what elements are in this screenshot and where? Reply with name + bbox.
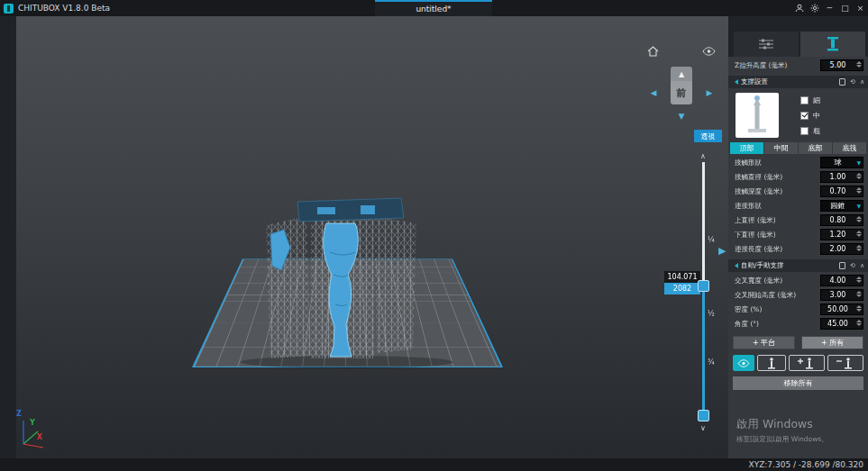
spinner-icons[interactable] [856, 276, 862, 283]
upper-diameter-row: 上直徑 (毫米) 0.80 [735, 214, 863, 226]
cursor-xyz-readout: XYZ:7.305 / -28.699 /80.320 [748, 460, 863, 469]
remove-all-supports-button[interactable]: 移除所有 [733, 376, 863, 390]
tab-support-settings[interactable] [800, 32, 865, 57]
axis-y-label: Y [30, 419, 35, 427]
density-input[interactable]: 50.00 [820, 303, 863, 315]
section-arrow-icon [732, 263, 738, 268]
remove-support-icon [836, 358, 854, 369]
tab-top[interactable]: 頂部 [730, 142, 763, 154]
contact-shape-select[interactable]: 球▼ [820, 157, 863, 168]
connect-shape-row: 連接形狀 圓錐▼ [735, 200, 863, 212]
app-logo-icon [4, 4, 14, 14]
user-account-icon[interactable] [791, 0, 807, 16]
spinner-icons[interactable] [856, 173, 862, 179]
upper-diameter-input[interactable]: 0.80 [820, 214, 863, 226]
option-medium[interactable]: 中 [800, 110, 820, 121]
contact-depth-input[interactable]: 0.70 [820, 186, 863, 197]
spinner-icons[interactable] [856, 187, 862, 194]
angle-input[interactable]: 45.00 [820, 318, 863, 330]
contact-diameter-input[interactable]: 1.00 [820, 171, 863, 183]
option-fine[interactable]: 細 [800, 95, 820, 105]
panel-tab-bar [728, 16, 868, 57]
checkbox-medium[interactable] [800, 112, 809, 120]
axis-z-label: Z [16, 410, 22, 418]
checkbox-fine[interactable] [800, 96, 809, 104]
z-lift-label: Z抬升高度 (毫米) [735, 61, 787, 70]
reset-icon[interactable]: ⟲ [850, 262, 855, 269]
reset-icon[interactable]: ⟲ [850, 78, 855, 86]
spinner-icons[interactable] [856, 245, 862, 251]
view-right-arrow[interactable]: ▶ [703, 85, 716, 101]
lower-diameter-input[interactable]: 1.20 [820, 229, 863, 240]
add-all-supports-button[interactable]: + 所有 [801, 336, 863, 349]
cross-width-input[interactable]: 4.00 [820, 275, 863, 286]
status-bar: XYZ:7.305 / -28.699 /80.320 [0, 458, 868, 471]
viewport-3d[interactable]: ▲ 前 ▼ ◀ ▶ 透視 ∧ ¼ ½ ¾ 104.071 2082 ∨ ▶ Z … [16, 16, 728, 458]
spinner-icons[interactable] [856, 291, 862, 297]
tab-raft[interactable]: 底筏 [833, 142, 866, 154]
spinner-icons[interactable] [856, 305, 862, 312]
slider-mark-three-quarter: ¾ [708, 358, 715, 367]
add-support-icon [798, 358, 816, 369]
collapse-section-icon[interactable]: ∧ [860, 78, 864, 86]
windows-activation-watermark: 啟用 Windows 移至[設定]以啟用 Windows。 [736, 417, 828, 444]
slider-layer-number: 2082 [664, 283, 700, 294]
export-profile-icon[interactable] [839, 78, 845, 86]
chevron-down-icon: ▼ [856, 159, 861, 166]
close-button[interactable]: × [853, 0, 868, 16]
home-view-icon[interactable] [645, 44, 660, 59]
connect-shape-select[interactable]: 圓錐▼ [820, 200, 863, 212]
add-single-support-button[interactable] [789, 355, 825, 371]
option-coarse[interactable]: 粗 [800, 125, 820, 136]
model-with-supports[interactable] [16, 16, 728, 458]
cross-start-height-input[interactable]: 3.00 [820, 289, 863, 301]
checkbox-coarse[interactable] [800, 127, 809, 135]
add-support-buttons: + 平台 + 所有 [733, 336, 863, 349]
add-platform-supports-button[interactable]: + 平台 [733, 336, 795, 349]
layer-slider-range [702, 285, 705, 414]
delete-single-support-button[interactable] [827, 355, 863, 371]
spinner-icons[interactable] [856, 216, 862, 222]
cross-start-height-row: 交叉開始高度 (毫米) 3.00 [735, 289, 863, 301]
minimize-button[interactable]: ─ [822, 0, 837, 16]
view-down-arrow[interactable]: ▼ [671, 110, 692, 122]
tab-print-settings[interactable] [734, 32, 799, 57]
spinner-icons[interactable] [856, 231, 862, 237]
perspective-toggle[interactable]: 透視 [694, 130, 722, 142]
spinner-icons[interactable] [856, 320, 862, 326]
export-profile-icon[interactable] [839, 262, 845, 269]
slider-step-down-icon[interactable]: ∨ [697, 423, 709, 432]
panel-expand-arrow[interactable]: ▶ [718, 245, 726, 257]
edit-support-button[interactable] [757, 355, 786, 371]
contact-diameter-row: 接觸直徑 (毫米) 1.00 [735, 171, 863, 183]
view-left-arrow[interactable]: ◀ [647, 85, 660, 101]
slider-step-up-icon[interactable]: ∧ [697, 151, 709, 160]
layer-slider-tooltip: 104.071 2082 [664, 271, 700, 294]
tab-middle[interactable]: 中間 [764, 142, 798, 154]
spinner-icons[interactable] [856, 61, 862, 68]
collapse-section-icon[interactable]: ∧ [860, 262, 864, 269]
connect-length-row: 連接長度 (毫米) 2.00 [735, 243, 863, 255]
slider-height-value: 104.071 [664, 271, 700, 283]
connect-length-input[interactable]: 2.00 [820, 243, 863, 255]
app-title: CHITUBOX V1.8.0 Beta [18, 4, 110, 13]
contact-shape-row: 接觸形狀 球▼ [735, 157, 863, 168]
tab-bottom[interactable]: 底部 [799, 142, 832, 154]
left-toolbar-rail [0, 16, 16, 458]
support-tool-buttons [733, 355, 863, 371]
density-row: 密度 (%) 50.00 [735, 303, 863, 315]
layer-slider-upper-handle[interactable] [698, 280, 709, 292]
view-cube-front[interactable]: 前 [671, 81, 692, 104]
toggle-supports-visibility-button[interactable] [733, 355, 754, 371]
auto-manual-support-header[interactable]: 自動/手動支撐 ⟲ ∧ [728, 259, 868, 272]
document-title: untitled* [375, 0, 492, 16]
visibility-eye-icon[interactable] [700, 44, 717, 59]
support-pillar-icon [827, 37, 839, 51]
settings-gear-icon[interactable] [807, 0, 822, 16]
sliders-icon [759, 39, 773, 50]
support-settings-header[interactable]: 支撐設置 ⟲ ∧ [728, 76, 868, 88]
layer-slider-lower-handle[interactable] [698, 410, 709, 421]
z-lift-input[interactable]: 5.00 [820, 59, 863, 71]
view-up-arrow[interactable]: ▲ [671, 67, 692, 81]
maximize-button[interactable]: □ [837, 0, 853, 16]
